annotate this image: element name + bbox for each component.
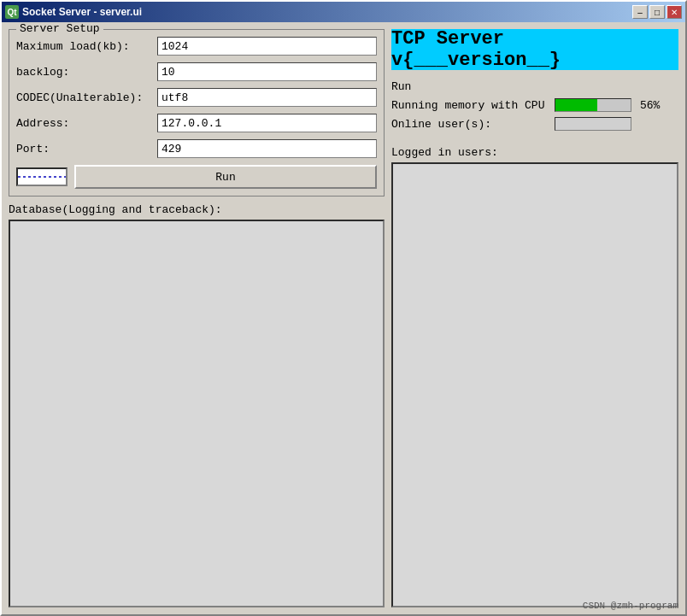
minimize-button[interactable]: –: [632, 5, 648, 19]
run-section: Run Running memory with CPU 56% Online u…: [391, 77, 678, 139]
squiggle-widget: [16, 167, 68, 186]
backlog-row: backlog:: [16, 62, 377, 81]
server-setup-title: Server Setup: [16, 22, 103, 35]
port-row: Port:: [16, 139, 377, 158]
logged-area[interactable]: [391, 162, 678, 607]
window-content: Server Setup Maximum load(kb): backlog: …: [2, 22, 685, 614]
close-button[interactable]: ✕: [666, 5, 682, 19]
address-input[interactable]: [157, 114, 377, 132]
memory-progress-bar: [555, 98, 631, 112]
logged-section: Logged in users:: [391, 146, 678, 607]
max-load-row: Maximum load(kb):: [16, 37, 377, 56]
right-panel: TCP Server v{___version__} Run Running m…: [391, 29, 678, 607]
backlog-input[interactable]: [157, 62, 377, 81]
max-load-label: Maximum load(kb):: [16, 40, 157, 53]
app-icon: Qt: [5, 5, 19, 19]
window-title: Socket Server - server.ui: [22, 6, 142, 18]
online-label: Online user(s):: [391, 118, 549, 131]
squiggle-line: [18, 176, 66, 178]
address-label: Address:: [16, 117, 157, 130]
memory-percent: 56%: [640, 99, 660, 112]
title-bar: Qt Socket Server - server.ui – □ ✕: [2, 2, 685, 22]
backlog-label: backlog:: [16, 66, 157, 79]
maximize-button[interactable]: □: [649, 5, 665, 19]
codec-label: CODEC(Unalterable):: [16, 91, 157, 104]
codec-row: CODEC(Unalterable):: [16, 88, 377, 107]
tcp-header: TCP Server v{___version__}: [391, 29, 678, 70]
memory-progress-fill: [555, 99, 597, 111]
database-section: Database(Logging and traceback):: [9, 203, 385, 607]
address-row: Address:: [16, 114, 377, 132]
server-setup-group: Server Setup Maximum load(kb): backlog: …: [9, 29, 385, 197]
run-label: Run: [391, 80, 678, 93]
memory-row: Running memory with CPU 56%: [391, 98, 678, 112]
database-textarea[interactable]: [9, 220, 385, 607]
logged-label: Logged in users:: [391, 146, 678, 159]
watermark: CSDN @zmh-program: [583, 601, 678, 611]
run-row: Run: [16, 165, 377, 189]
main-window: Qt Socket Server - server.ui – □ ✕ Serve…: [0, 0, 687, 616]
online-display: [555, 117, 631, 131]
database-label: Database(Logging and traceback):: [9, 203, 385, 216]
port-input[interactable]: [157, 139, 377, 158]
max-load-input[interactable]: [157, 37, 377, 56]
title-bar-left: Qt Socket Server - server.ui: [5, 5, 142, 19]
port-label: Port:: [16, 143, 157, 155]
online-row: Online user(s):: [391, 117, 678, 131]
run-button[interactable]: Run: [74, 165, 377, 189]
left-panel: Server Setup Maximum load(kb): backlog: …: [9, 29, 385, 607]
codec-input[interactable]: [157, 88, 377, 107]
title-bar-buttons: – □ ✕: [632, 5, 682, 19]
memory-label: Running memory with CPU: [391, 99, 549, 112]
